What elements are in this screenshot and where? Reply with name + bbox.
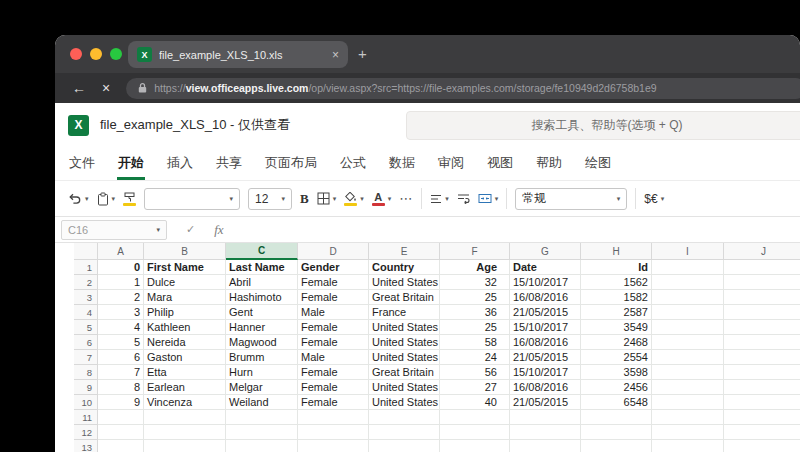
row-header-6[interactable]: 6 bbox=[74, 335, 98, 350]
font-color-button[interactable]: A ▾ bbox=[372, 192, 392, 206]
cell-D7[interactable]: Male bbox=[298, 350, 369, 365]
cell-E5[interactable]: United States bbox=[369, 320, 440, 335]
more-options-button[interactable]: ⋯ bbox=[399, 191, 413, 206]
cell-A12[interactable] bbox=[98, 425, 144, 440]
cell-A6[interactable]: 5 bbox=[98, 335, 144, 350]
cell-D4[interactable]: Male bbox=[298, 305, 369, 320]
cell-J12[interactable] bbox=[724, 425, 800, 440]
cell-A13[interactable] bbox=[98, 440, 144, 452]
alignment-button[interactable]: ▾ bbox=[430, 194, 449, 204]
currency-format-button[interactable]: $€ ▾ bbox=[644, 192, 664, 206]
cell-I9[interactable] bbox=[652, 380, 724, 395]
cell-F5[interactable]: 25 bbox=[440, 320, 510, 335]
cell-A11[interactable] bbox=[98, 410, 144, 425]
row-header-9[interactable]: 9 bbox=[74, 380, 98, 395]
cell-D5[interactable]: Female bbox=[298, 320, 369, 335]
cell-H2[interactable]: 1562 bbox=[581, 275, 652, 290]
format-painter-button[interactable] bbox=[123, 192, 136, 206]
fx-icon[interactable]: fx bbox=[214, 222, 223, 238]
cell-B3[interactable]: Mara bbox=[144, 290, 226, 305]
cell-A3[interactable]: 2 bbox=[98, 290, 144, 305]
cell-I10[interactable] bbox=[652, 395, 724, 410]
font-size-select[interactable]: 12 ▾ bbox=[248, 188, 292, 210]
row-header-2[interactable]: 2 bbox=[74, 275, 98, 290]
cell-G1[interactable]: Date bbox=[510, 260, 581, 275]
cell-E1[interactable]: Country bbox=[369, 260, 440, 275]
cell-B10[interactable]: Vincenza bbox=[144, 395, 226, 410]
column-header-F[interactable]: F bbox=[440, 243, 510, 260]
cell-I11[interactable] bbox=[652, 410, 724, 425]
row-header-7[interactable]: 7 bbox=[74, 350, 98, 365]
cell-C13[interactable] bbox=[226, 440, 298, 452]
cell-F6[interactable]: 58 bbox=[440, 335, 510, 350]
cell-J8[interactable] bbox=[724, 365, 800, 380]
cell-E10[interactable]: United States bbox=[369, 395, 440, 410]
cell-D2[interactable]: Female bbox=[298, 275, 369, 290]
undo-button[interactable]: ▾ bbox=[68, 192, 89, 205]
cell-D6[interactable]: Female bbox=[298, 335, 369, 350]
cell-A8[interactable]: 7 bbox=[98, 365, 144, 380]
cell-C6[interactable]: Magwood bbox=[226, 335, 298, 350]
row-header-10[interactable]: 10 bbox=[74, 395, 98, 410]
cell-C1[interactable]: Last Name bbox=[226, 260, 298, 275]
menu-tab-审阅[interactable]: 审阅 bbox=[437, 154, 465, 180]
merge-center-button[interactable]: ▾ bbox=[478, 193, 499, 204]
cell-A10[interactable]: 9 bbox=[98, 395, 144, 410]
cell-A9[interactable]: 8 bbox=[98, 380, 144, 395]
cell-E3[interactable]: Great Britain bbox=[369, 290, 440, 305]
row-header-13[interactable]: 13 bbox=[74, 440, 98, 452]
menu-tab-绘图[interactable]: 绘图 bbox=[584, 154, 612, 180]
cell-J4[interactable] bbox=[724, 305, 800, 320]
menu-tab-开始[interactable]: 开始 bbox=[117, 154, 145, 180]
paste-button[interactable]: ▾ bbox=[97, 192, 116, 206]
column-header-H[interactable]: H bbox=[581, 243, 652, 260]
cell-F9[interactable]: 27 bbox=[440, 380, 510, 395]
borders-button[interactable]: ▾ bbox=[317, 192, 337, 205]
cell-I8[interactable] bbox=[652, 365, 724, 380]
cell-B6[interactable]: Nereida bbox=[144, 335, 226, 350]
cell-B11[interactable] bbox=[144, 410, 226, 425]
cell-C2[interactable]: Abril bbox=[226, 275, 298, 290]
menu-tab-页面布局[interactable]: 页面布局 bbox=[264, 154, 318, 180]
cell-B4[interactable]: Philip bbox=[144, 305, 226, 320]
cell-B5[interactable]: Kathleen bbox=[144, 320, 226, 335]
cell-I12[interactable] bbox=[652, 425, 724, 440]
close-window-button[interactable] bbox=[70, 48, 82, 60]
row-header-4[interactable]: 4 bbox=[74, 305, 98, 320]
row-header-3[interactable]: 3 bbox=[74, 290, 98, 305]
cell-E11[interactable] bbox=[369, 410, 440, 425]
cell-H8[interactable]: 3598 bbox=[581, 365, 652, 380]
column-header-G[interactable]: G bbox=[510, 243, 581, 260]
cell-B12[interactable] bbox=[144, 425, 226, 440]
row-header-12[interactable]: 12 bbox=[74, 425, 98, 440]
cell-I7[interactable] bbox=[652, 350, 724, 365]
cell-G10[interactable]: 21/05/2015 bbox=[510, 395, 581, 410]
maximize-window-button[interactable] bbox=[110, 48, 122, 60]
cell-D11[interactable] bbox=[298, 410, 369, 425]
cell-H13[interactable] bbox=[581, 440, 652, 452]
cell-I5[interactable] bbox=[652, 320, 724, 335]
wrap-text-button[interactable] bbox=[457, 193, 470, 204]
cell-C3[interactable]: Hashimoto bbox=[226, 290, 298, 305]
row-header-1[interactable]: 1 bbox=[74, 260, 98, 275]
cell-A5[interactable]: 4 bbox=[98, 320, 144, 335]
cell-A7[interactable]: 6 bbox=[98, 350, 144, 365]
cell-G8[interactable]: 15/10/2017 bbox=[510, 365, 581, 380]
cell-J7[interactable] bbox=[724, 350, 800, 365]
address-bar[interactable]: https://view.officeapps.live.com/op/view… bbox=[126, 78, 800, 99]
column-header-A[interactable]: A bbox=[98, 243, 144, 260]
cell-F3[interactable]: 25 bbox=[440, 290, 510, 305]
cell-I1[interactable] bbox=[652, 260, 724, 275]
stop-icon[interactable]: × bbox=[102, 81, 110, 95]
enter-check-icon[interactable]: ✓ bbox=[186, 223, 195, 236]
cell-H12[interactable] bbox=[581, 425, 652, 440]
row-header-8[interactable]: 8 bbox=[74, 365, 98, 380]
cell-I13[interactable] bbox=[652, 440, 724, 452]
cell-A1[interactable]: 0 bbox=[98, 260, 144, 275]
cell-H6[interactable]: 2468 bbox=[581, 335, 652, 350]
cell-J9[interactable] bbox=[724, 380, 800, 395]
cell-J5[interactable] bbox=[724, 320, 800, 335]
cell-H7[interactable]: 2554 bbox=[581, 350, 652, 365]
cell-J2[interactable] bbox=[724, 275, 800, 290]
cell-G11[interactable] bbox=[510, 410, 581, 425]
